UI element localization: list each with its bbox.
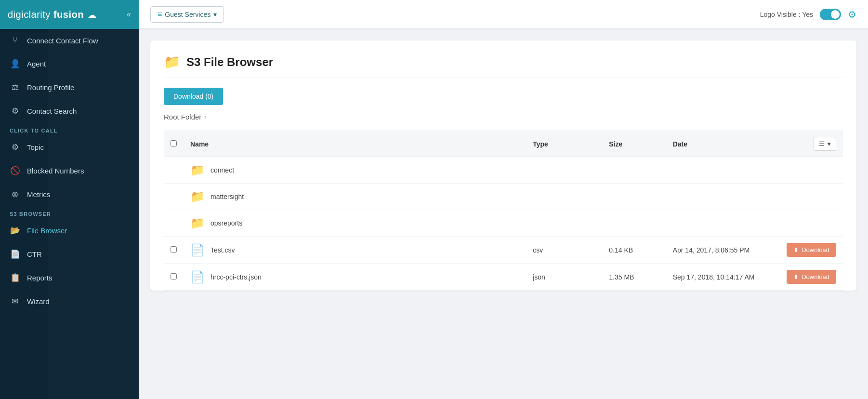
- routing-icon: ⚖: [10, 82, 20, 93]
- row-checkbox-cell: [164, 237, 184, 264]
- file-type-cell: [526, 157, 602, 184]
- file-date-cell: [666, 184, 780, 210]
- row-checkbox-cell: [164, 210, 184, 237]
- nav-connect-contact-flow[interactable]: ⑂ Connect Contact Flow: [0, 29, 139, 52]
- file-name-text: Test.csv: [210, 246, 235, 254]
- file-name-text: connect: [210, 166, 234, 174]
- topbar-left: ≡ Guest Services ▾: [150, 6, 224, 23]
- nav-contact-search[interactable]: ⚙ Contact Search: [0, 99, 139, 123]
- select-all-header: [164, 131, 184, 157]
- download-icon: ⬆: [793, 273, 799, 280]
- nav-agent[interactable]: 👤 Agent: [0, 52, 139, 76]
- download-cell: [780, 210, 843, 237]
- nav-label-metrics: Metrics: [27, 190, 50, 199]
- nav-metrics[interactable]: ⊗ Metrics: [0, 183, 139, 206]
- folder-icon: 📁: [190, 216, 205, 230]
- page-content: 📁 S3 File Browser Download (0) Root Fold…: [139, 29, 868, 399]
- nav-label-connect: Connect Contact Flow: [27, 37, 98, 45]
- nav-file-browser[interactable]: 📂 File Browser: [0, 219, 139, 242]
- file-type-cell: json: [526, 264, 602, 291]
- reports-icon: 📋: [10, 273, 20, 283]
- logo-visible-toggle[interactable]: [820, 9, 841, 20]
- file-date-cell: [666, 157, 780, 184]
- connect-icon: ⑂: [10, 36, 20, 45]
- file-size-cell: 1.35 MB: [602, 264, 666, 291]
- row-checkbox-cell: [164, 157, 184, 184]
- nav-label-topic: Topic: [27, 143, 44, 151]
- file-name-cell[interactable]: 📁 connect: [184, 157, 526, 184]
- folder-icon: 📁: [190, 190, 205, 203]
- nav-label-ctr: CTR: [27, 250, 42, 258]
- download-icon: ⬆: [793, 246, 799, 253]
- nav-routing-profile[interactable]: ⚖ Routing Profile: [0, 76, 139, 99]
- collapse-button[interactable]: «: [127, 10, 131, 19]
- download-cell: ⬆ Download: [780, 237, 843, 264]
- sidebar: digiclarity fusion ☁ « ⑂ Connect Contact…: [0, 0, 139, 399]
- nav-wizard[interactable]: ✉ Wizard: [0, 290, 139, 313]
- page-title-row: 📁 S3 File Browser: [164, 54, 843, 78]
- chevron-down-icon: ▾: [828, 140, 831, 147]
- download-cell: [780, 184, 843, 210]
- file-date-cell: [666, 210, 780, 237]
- download-file-button[interactable]: ⬆ Download: [787, 270, 836, 284]
- file-date-cell: Sep 17, 2018, 10:14:17 AM: [666, 264, 780, 291]
- file-name-cell: 📄 hrcc-pci-ctrs.json: [184, 264, 526, 291]
- nav-label-routing: Routing Profile: [27, 83, 74, 92]
- file-table: Name Type Size Date ☰ ▾: [164, 131, 843, 291]
- file-size-cell: 0.14 KB: [602, 237, 666, 264]
- folder-large-icon: 📁: [164, 54, 181, 70]
- wizard-icon: ✉: [10, 296, 20, 306]
- file-browser-card: 📁 S3 File Browser Download (0) Root Fold…: [150, 40, 856, 291]
- file-name-cell: 📄 Test.csv: [184, 237, 526, 264]
- guest-services-label: Guest Services: [165, 11, 210, 18]
- breadcrumb-root: Root Folder: [164, 113, 201, 121]
- breadcrumb: Root Folder ›: [164, 113, 843, 121]
- row-select-checkbox[interactable]: [171, 246, 177, 253]
- table-row: 📁 mattersight: [164, 184, 843, 210]
- nav-ctr[interactable]: 📄 CTR: [0, 242, 139, 266]
- cloud-icon: ☁: [88, 10, 97, 20]
- file-name-text: opsreports: [210, 219, 242, 227]
- blocked-icon: 🚫: [10, 166, 20, 176]
- nav-topic[interactable]: ⚙ Topic: [0, 135, 139, 159]
- nav-label-agent: Agent: [27, 60, 46, 68]
- download-cell: [780, 157, 843, 184]
- section-s3-browser: S3 BROWSER: [0, 206, 139, 219]
- list-view-icon: ☰: [819, 140, 825, 147]
- metrics-icon: ⊗: [10, 189, 20, 200]
- guest-services-button[interactable]: ≡ Guest Services ▾: [150, 6, 224, 23]
- settings-icon[interactable]: ⚙: [848, 9, 856, 20]
- nav-blocked-numbers[interactable]: 🚫 Blocked Numbers: [0, 159, 139, 183]
- type-column-header: Type: [526, 131, 602, 157]
- topbar-right: Logo Visible : Yes ⚙: [760, 9, 856, 20]
- nav-label-wizard: Wizard: [27, 297, 50, 306]
- file-name-cell[interactable]: 📁 mattersight: [184, 184, 526, 210]
- file-name-text: mattersight: [210, 193, 244, 200]
- topbar: ≡ Guest Services ▾ Logo Visible : Yes ⚙: [139, 0, 868, 29]
- chevron-down-icon: ▾: [213, 11, 217, 18]
- nav-reports[interactable]: 📋 Reports: [0, 266, 139, 290]
- nav-label-contact-search: Contact Search: [27, 107, 77, 115]
- table-row: 📁 opsreports: [164, 210, 843, 237]
- file-size-cell: [602, 210, 666, 237]
- nav-label-file-browser: File Browser: [27, 226, 67, 235]
- file-date-cell: Apr 14, 2017, 8:06:55 PM: [666, 237, 780, 264]
- download-label: Download: [802, 273, 829, 280]
- file-size-cell: [602, 184, 666, 210]
- table-row: 📄 hrcc-pci-ctrs.json json 1.35 MB Sep 17…: [164, 264, 843, 291]
- nav-label-reports: Reports: [27, 274, 53, 282]
- view-toggle-button[interactable]: ☰ ▾: [814, 137, 836, 151]
- nav-label-blocked: Blocked Numbers: [27, 167, 84, 175]
- size-column-header: Size: [602, 131, 666, 157]
- download-selected-button[interactable]: Download (0): [164, 88, 223, 105]
- row-select-checkbox[interactable]: [171, 273, 177, 279]
- file-name-text: hrcc-pci-ctrs.json: [210, 273, 262, 281]
- download-file-button[interactable]: ⬆ Download: [787, 243, 836, 257]
- file-type-cell: [526, 210, 602, 237]
- main-content: ≡ Guest Services ▾ Logo Visible : Yes ⚙ …: [139, 0, 868, 399]
- name-column-header: Name: [184, 131, 526, 157]
- row-checkbox-cell: [164, 264, 184, 291]
- file-name-cell[interactable]: 📁 opsreports: [184, 210, 526, 237]
- section-click-to-call: CLICK TO CALL: [0, 123, 139, 135]
- select-all-checkbox[interactable]: [171, 140, 177, 146]
